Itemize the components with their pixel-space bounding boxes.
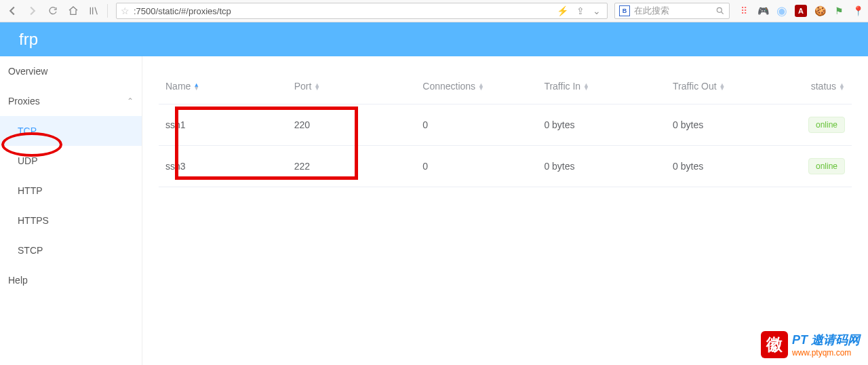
watermark-badge-icon: 徽 [761,331,788,358]
extension-icon-cookie[interactable]: 🍪 [814,5,826,17]
chevron-up-icon: ⌃ [127,96,134,106]
url-text: :7500/static/#/proxies/tcp [134,6,551,16]
url-bar[interactable]: ☆ :7500/static/#/proxies/tcp ⚡ ⇪ ⌄ [116,3,608,19]
extension-icon-circle[interactable]: ◉ [776,5,788,17]
sidebar-item-https[interactable]: HTTPS [0,206,142,235]
cell-name: ssh3 [159,146,288,187]
extension-icon-game[interactable]: 🎮 [757,5,769,17]
cell-status: online [787,146,852,187]
sidebar-proxies-label: Proxies [8,96,40,107]
cell-connections: 0 [416,146,537,187]
sidebar-item-stcp[interactable]: STCP [0,235,142,265]
cell-traffic-in: 0 bytes [537,146,666,187]
divider [107,4,108,18]
cell-name: ssh1 [159,104,288,146]
nav-back-button[interactable] [4,3,20,19]
th-status[interactable]: status▲▼ [787,70,852,104]
app-header: frp [0,22,868,56]
table-row[interactable]: ssh1 220 0 0 bytes 0 bytes online [159,104,852,146]
lightning-icon[interactable]: ⚡ [557,5,568,16]
search-placeholder: 在此搜索 [634,5,711,17]
cell-status: online [787,104,852,146]
reload-button[interactable] [45,3,61,19]
cell-traffic-in: 0 bytes [537,104,666,146]
extension-icon-flag[interactable]: ⚑ [833,5,845,17]
th-name[interactable]: Name▲▼ [159,70,288,104]
cell-traffic-out: 0 bytes [666,146,787,187]
sidebar-item-overview[interactable]: Overview [0,56,142,86]
extension-icon-adobe[interactable]: A [795,5,807,17]
app-title: frp [19,30,38,49]
extension-icon-location[interactable]: 📍 [852,5,864,17]
watermark-url: www.ptyqm.com [792,348,860,358]
search-bar[interactable]: B 在此搜索 [614,3,730,19]
sidebar-item-tcp[interactable]: TCP [0,116,142,146]
sidebar: Overview Proxies ⌃ TCP UDP HTTP HTTPS ST… [0,56,142,365]
status-badge: online [808,117,845,133]
cell-connections: 0 [416,104,537,146]
proxies-table: Name▲▼ Port▲▼ Connections▲▼ Traffic In▲▼… [159,70,852,187]
toolbar-extensions: ⠿ 🎮 ◉ A 🍪 ⚑ 📍 [734,5,864,17]
sidebar-item-udp[interactable]: UDP [0,146,142,176]
sidebar-item-help[interactable]: Help [0,265,142,295]
main-content: Name▲▼ Port▲▼ Connections▲▼ Traffic In▲▼… [142,56,868,365]
browser-toolbar: ☆ :7500/static/#/proxies/tcp ⚡ ⇪ ⌄ B 在此搜… [0,0,868,22]
status-badge: online [808,158,845,174]
home-button[interactable] [65,3,81,19]
extension-icon-1[interactable]: ⠿ [738,5,750,17]
library-button[interactable] [85,3,102,19]
bookmark-star-icon[interactable]: ☆ [121,5,130,16]
th-traffic-out[interactable]: Traffic Out▲▼ [666,70,787,104]
sidebar-item-proxies[interactable]: Proxies ⌃ [0,86,142,116]
svg-point-0 [717,7,722,12]
cell-port: 222 [288,146,416,187]
layout: Overview Proxies ⌃ TCP UDP HTTP HTTPS ST… [0,56,868,365]
cell-port: 220 [288,104,416,146]
search-engine-icon[interactable]: B [619,5,630,16]
th-traffic-in[interactable]: Traffic In▲▼ [537,70,666,104]
watermark-title: PT 邀请码网 [792,332,860,348]
search-icon[interactable] [715,6,725,16]
sidebar-item-http[interactable]: HTTP [0,176,142,206]
share-icon[interactable]: ⇪ [576,5,585,16]
table-row[interactable]: ssh3 222 0 0 bytes 0 bytes online [159,146,852,187]
th-port[interactable]: Port▲▼ [288,70,416,104]
dropdown-icon[interactable]: ⌄ [593,5,601,16]
nav-forward-button[interactable] [24,3,41,19]
watermark: 徽 PT 邀请码网 www.ptyqm.com [761,331,860,358]
th-connections[interactable]: Connections▲▼ [416,70,537,104]
cell-traffic-out: 0 bytes [666,104,787,146]
